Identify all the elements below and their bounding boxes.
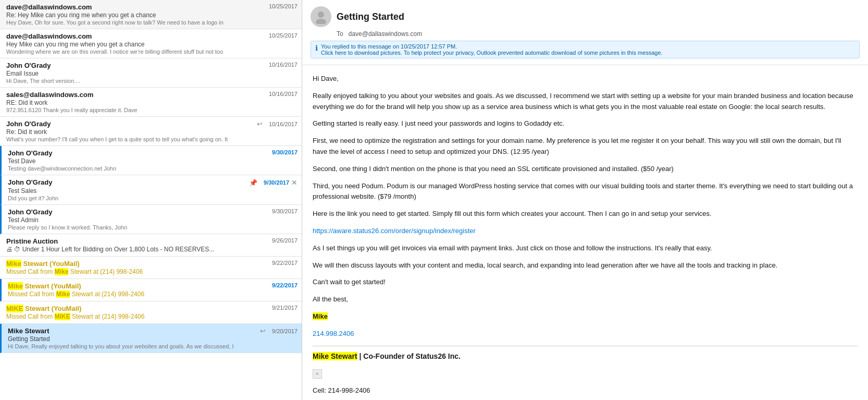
sender-name: dave@dallaswindows.com [6,3,92,11]
broken-image-icon: ✕ [313,369,322,379]
email-list-panel: dave@dallaswindows.com 10/25/2017 Re: He… [0,0,302,400]
sender-name: Mike Stewart (YouMail) [8,282,81,290]
email-date: 9/20/2017 [272,328,297,334]
email-detail-panel: Getting Started To dave@dallaswindows.co… [302,0,868,400]
body-paragraph: First, we need to optimize the registrat… [313,136,858,157]
sender-name: MIKE Stewart (YouMail) [6,305,81,312]
email-preview: Wondering where we are on this overall. … [6,49,267,55]
detail-header: Getting Started To dave@dallaswindows.co… [302,0,868,65]
email-subject: Test Sales [8,187,297,195]
body-paragraph: As I set things up you will get invoices… [313,243,858,254]
reply-icon: ↩ [257,120,263,128]
email-preview: Did you get it? John [8,195,268,201]
email-subject: 🖨 ⏱ Under 1 Hour Left for Bidding on Ove… [6,246,297,253]
email-item[interactable]: dave@dallaswindows.com 10/25/2017 Hey Mi… [0,29,302,58]
to-label: To [337,30,343,38]
sender-name: Mike Stewart (YouMail) [6,260,80,268]
sender-name: Mike Stewart [8,327,49,335]
email-preview: What's your number? I'll call you when I… [6,136,267,142]
email-item[interactable]: John O'Grady 9/30/2017 Test Dave Testing… [0,146,302,175]
email-preview: 972.951.6120 Thank you I really apprecia… [6,107,267,113]
email-date: 9/26/2017 [272,237,297,244]
info-text: You replied to this message on 10/25/201… [321,43,663,56]
email-date: 10/25/2017 [269,3,297,9]
body-paragraph: Getting started is really easy. I just n… [313,118,858,129]
email-date: 9/30/2017 [272,208,297,214]
email-subject: Re: Did it work [6,128,297,136]
svg-point-0 [318,11,324,18]
body-paragraph: Hi Dave, [313,74,858,84]
body-paragraph: We will then discuss layouts with your c… [313,260,858,271]
to-email: dave@dallaswindows.com [349,30,423,38]
email-date: 10/25/2017 [269,32,297,39]
email-date: 9/22/2017 [272,282,297,288]
cell-line: Cell: 214-998-2406 [313,385,858,396]
email-item[interactable]: John O'Grady 9/30/2017 Test Admin Please… [0,205,302,234]
email-preview: Please reply so I know it worked. Thanks… [8,224,268,231]
body-paragraph: Here is the link you need to get started… [313,209,858,220]
sender-name: John O'Grady [8,149,52,157]
sender-name: Pristine Auction [6,237,58,245]
sender-name: John O'Grady [8,178,52,186]
email-item[interactable]: John O'Grady ↩ 10/16/2017 Re: Did it wor… [0,117,302,146]
email-subject: Hey Mike can you ring me when you get a … [6,41,297,48]
email-item[interactable]: John O'Grady 📌 9/30/2017 ✕ Test Sales Di… [0,175,302,205]
avatar [311,6,331,27]
email-date: 9/21/2017 [272,305,297,311]
email-item[interactable]: John O'Grady 10/16/2017 Email Issue Hi D… [0,58,302,88]
email-item[interactable]: MIKE Stewart (YouMail) 9/21/2017 Missed … [0,301,302,324]
phone-link[interactable]: 214.998.2406 [313,330,354,337]
body-paragraph: Really enjoyed talking to you about your… [313,91,858,113]
phone-link-paragraph: 214.998.2406 [313,329,858,340]
email-item[interactable]: Mike Stewart ↩ 9/20/2017 Getting Started… [0,324,302,353]
email-date: 9/30/2017 [264,179,289,186]
sender-name: John O'Grady [8,208,52,216]
email-subject: Getting Started [8,335,297,343]
detail-body: Hi Dave,Really enjoyed talking to you ab… [302,65,868,400]
signature-name: Mike Stewart | Co-Founder of Status26 In… [313,350,858,362]
info-icon: ℹ [315,43,318,54]
email-subject: Missed Call from Mike Stewart at (214) 9… [8,290,297,298]
email-subject: Email Issue [6,70,297,77]
email-preview: Hey Dave, Oh for sure. You got a second … [6,19,267,26]
email-item[interactable]: Mike Stewart (YouMail) 9/22/2017 Missed … [0,279,302,301]
detail-to-row: To dave@dallaswindows.com [337,30,860,38]
body-paragraph: All the best, [313,294,858,305]
svg-point-1 [316,19,326,24]
email-preview: Hi Dave, The short version.... [6,78,267,84]
signature-divider [313,346,858,346]
email-subject: Re: Hey Mike can you ring me when you ge… [6,11,297,19]
email-item[interactable]: dave@dallaswindows.com 10/25/2017 Re: He… [0,0,302,29]
detail-subject-title: Getting Started [337,11,404,22]
email-date: 10/16/2017 [269,121,297,127]
email-date: 10/16/2017 [269,91,297,97]
email-subject: RE: Did it work [6,99,297,106]
email-subject: Missed Call from MIKE Stewart at (214) 9… [6,313,297,320]
detail-info-bar: ℹ You replied to this message on 10/25/2… [311,41,860,58]
email-date: 9/30/2017 [272,149,297,155]
email-item[interactable]: Pristine Auction 9/26/2017 🖨 ⏱ Under 1 H… [0,234,302,257]
pin-icon: 📌 [249,179,257,187]
sender-name: dave@dallaswindows.com [6,32,92,40]
email-preview: Testing dave@windowconnection.net John [8,165,268,172]
detail-title-row: Getting Started [311,6,860,27]
close-icon[interactable]: ✕ [291,178,297,187]
body-paragraph-highlight: Mike [313,311,858,322]
email-subject: Missed Call from Mike Stewart at (214) 9… [6,268,297,275]
email-item[interactable]: Mike Stewart (YouMail) 9/22/2017 Missed … [0,257,302,279]
email-subject: Test Admin [8,216,297,224]
body-paragraph: Second, one thing I didn't mention on th… [313,164,858,175]
email-item[interactable]: sales@dallaswindows.com 10/16/2017 RE: D… [0,88,302,117]
sender-name: John O'Grady [6,120,51,128]
body-paragraph: Can't wait to get started! [313,277,858,288]
email-preview: Hi Dave, Really enjoyed talking to you a… [8,343,268,349]
sender-name: sales@dallaswindows.com [6,91,93,99]
reply-icon: ↩ [260,327,266,335]
email-date: 9/22/2017 [272,260,297,266]
email-date: 10/16/2017 [269,62,297,68]
email-subject: Test Dave [8,157,297,165]
body-paragraph: Third, you need Podum. Podum is our mana… [313,181,858,203]
sender-name: John O'Grady [6,62,51,69]
body-link[interactable]: https://aware.status26.com/order/signup/… [313,227,476,235]
signature-image: ✕ [313,368,858,379]
